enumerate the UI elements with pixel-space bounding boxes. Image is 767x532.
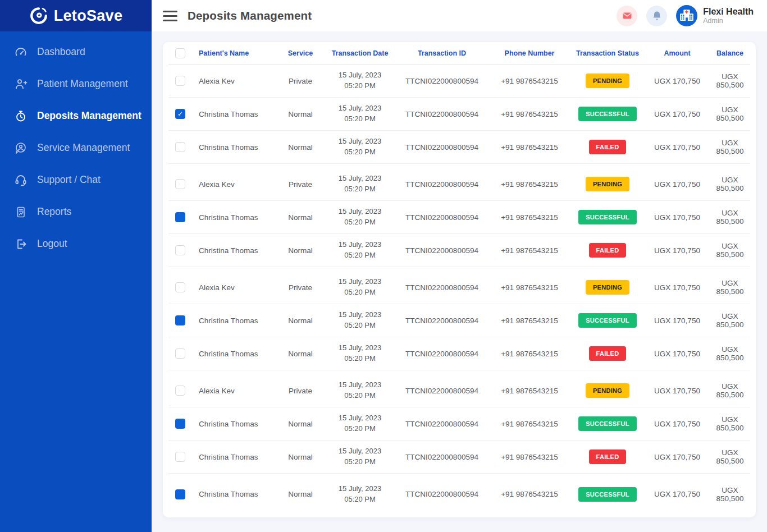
amount: UGX 170,750 <box>645 490 710 498</box>
app-title: LetoSave <box>54 7 122 25</box>
balance: UGX 850,500 <box>710 279 750 296</box>
sidebar-item-label: Logout <box>37 238 67 250</box>
row-checkbox[interactable]: ✓ <box>175 109 185 119</box>
avatar <box>676 5 697 26</box>
patient-name: Christina Thomas <box>192 110 276 118</box>
patient-name: Alexia Kev <box>192 180 276 189</box>
transaction-id: TTCNI022000800594 <box>395 350 488 358</box>
patient-name: Alexia Kev <box>192 387 276 395</box>
transaction-status-cell: PENDING <box>570 383 645 398</box>
sidebar-item-label: Service Management <box>37 142 130 154</box>
user-menu[interactable]: Flexi Health Admin <box>676 5 754 26</box>
patient-name: Christina Thomas <box>192 246 276 255</box>
transaction-date: 15 July, 202305:20 PM <box>325 446 395 467</box>
user-info: Flexi Health Admin <box>703 7 754 25</box>
service-type: Private <box>276 77 325 85</box>
sidebar-item-label: Deposits Management <box>37 110 141 122</box>
patient-name: Christina Thomas <box>192 213 276 222</box>
table-row: Christina ThomasNormal15 July, 202305:20… <box>168 201 750 234</box>
transaction-id: TTCNI022000800594 <box>395 317 488 325</box>
row-checkbox[interactable] <box>175 179 185 189</box>
amount: UGX 170,750 <box>645 453 710 461</box>
amount: UGX 170,750 <box>645 350 710 358</box>
row-checkbox[interactable] <box>175 386 185 396</box>
transaction-id: TTCNI022000800594 <box>395 420 488 428</box>
status-badge: FAILED <box>589 243 627 258</box>
balance: UGX 850,500 <box>710 72 750 89</box>
dashboard-icon <box>13 45 28 59</box>
sidebar-item-deposits-management[interactable]: Deposits Management <box>0 100 152 132</box>
balance: UGX 850,500 <box>710 242 750 259</box>
patient-name: Alexia Kev <box>192 283 276 292</box>
row-checkbox[interactable] <box>175 142 185 152</box>
status-badge: SUCCESSFUL <box>578 487 637 502</box>
phone-number: +91 9876543215 <box>488 490 570 498</box>
sidebar-item-label: Support / Chat <box>37 174 101 186</box>
service-type: Normal <box>276 490 325 498</box>
phone-number: +91 9876543215 <box>488 180 570 189</box>
table-row: ✓Christina ThomasNormal15 July, 202305:2… <box>168 98 750 131</box>
column-header: Transaction Date <box>325 49 395 57</box>
transaction-status-cell: FAILED <box>570 450 645 464</box>
sidebar-item-dashboard[interactable]: Dashboard <box>0 36 152 68</box>
topbar: Deposits Management <box>152 0 767 31</box>
phone-number: +91 9876543215 <box>488 213 570 222</box>
transaction-id: TTCNI022000800594 <box>395 246 488 255</box>
sidebar-item-support-chat[interactable]: Support / Chat <box>0 164 152 196</box>
sidebar-item-logout[interactable]: Logout <box>0 228 152 260</box>
reports-icon <box>13 205 28 219</box>
status-badge: SUCCESSFUL <box>578 107 637 121</box>
topbar-actions: Flexi Health Admin <box>617 5 754 26</box>
transaction-status-cell: SUCCESSFUL <box>570 487 645 502</box>
row-checkbox[interactable] <box>175 282 185 292</box>
app-logo[interactable]: LetoSave <box>0 0 152 31</box>
letosave-logo-icon <box>29 6 48 25</box>
service-type: Normal <box>276 213 325 222</box>
sidebar-item-label: Patient Management <box>37 78 128 90</box>
patient-name: Christina Thomas <box>192 350 276 358</box>
sidebar-item-service-management[interactable]: Service Management <box>0 132 152 164</box>
table-header-row: Patient's NameServiceTransaction DateTra… <box>168 42 750 65</box>
amount: UGX 170,750 <box>645 180 710 189</box>
row-checkbox[interactable] <box>175 489 185 499</box>
balance: UGX 850,500 <box>710 382 750 399</box>
row-checkbox[interactable] <box>175 245 185 255</box>
status-badge: PENDING <box>586 383 629 398</box>
row-checkbox[interactable] <box>175 212 185 222</box>
status-badge: PENDING <box>586 177 629 191</box>
transaction-status-cell: SUCCESSFUL <box>570 313 645 328</box>
patient-name: Christina Thomas <box>192 490 276 498</box>
row-checkbox[interactable] <box>175 419 185 429</box>
logout-icon <box>13 237 28 251</box>
phone-number: +91 9876543215 <box>488 143 570 152</box>
row-checkbox[interactable] <box>175 315 185 325</box>
page-title: Deposits Management <box>188 9 312 22</box>
row-checkbox[interactable] <box>175 348 185 359</box>
select-all-checkbox[interactable] <box>175 48 185 58</box>
row-checkbox[interactable] <box>175 76 185 86</box>
patient-name: Christina Thomas <box>192 420 276 428</box>
amount: UGX 170,750 <box>645 283 710 292</box>
table-body: Alexia KevPrivate15 July, 202305:20 PMTT… <box>168 65 750 511</box>
phone-number: +91 9876543215 <box>488 420 570 428</box>
status-badge: SUCCESSFUL <box>578 210 637 224</box>
menu-toggle-icon[interactable] <box>163 11 177 21</box>
transaction-date: 15 July, 202305:20 PM <box>325 310 395 331</box>
column-header: Amount <box>645 49 710 57</box>
sidebar-item-patient-management[interactable]: Patient Management <box>0 68 152 100</box>
sidebar: LetoSave DashboardPatient ManagementDepo… <box>0 0 152 532</box>
transaction-id: TTCNI022000800594 <box>395 490 488 498</box>
service-type: Normal <box>276 350 325 358</box>
notifications-button[interactable] <box>646 6 667 26</box>
sidebar-item-label: Reports <box>37 206 71 218</box>
mail-button[interactable] <box>617 6 637 26</box>
table-row: Christina ThomasNormal15 July, 202305:20… <box>168 337 750 370</box>
phone-number: +91 9876543215 <box>488 77 570 85</box>
phone-number: +91 9876543215 <box>488 317 570 325</box>
patient-name: Christina Thomas <box>192 143 276 152</box>
sidebar-item-reports[interactable]: Reports <box>0 196 152 228</box>
row-checkbox[interactable] <box>175 452 185 462</box>
status-badge: PENDING <box>586 280 629 295</box>
balance: UGX 850,500 <box>710 486 750 503</box>
balance: UGX 850,500 <box>710 209 750 226</box>
